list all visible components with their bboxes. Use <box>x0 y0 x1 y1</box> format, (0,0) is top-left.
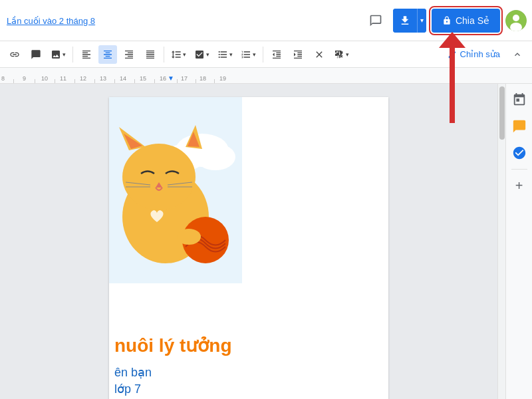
avatar[interactable] <box>505 10 527 31</box>
blue-text-1-container: ên bạn <box>114 365 152 380</box>
cat-illustration <box>109 97 242 283</box>
svg-point-8 <box>122 144 196 210</box>
document-area[interactable]: nuôi lý tưởng ên bạn lớp 7 ần vào đây Ch… <box>0 84 497 399</box>
toolbar-checklist-btn[interactable]: ▾ <box>192 45 212 64</box>
ruler-mark: 15 <box>140 75 146 82</box>
ruler-tick <box>55 79 55 83</box>
ruler-tick <box>214 79 215 83</box>
ruler-tick <box>177 79 178 83</box>
document-page: nuôi lý tưởng ên bạn lớp 7 ần vào đây Ch… <box>109 97 388 399</box>
toolbar-comment-btn[interactable] <box>27 45 45 64</box>
format-clear-icon <box>334 49 344 60</box>
comment-button[interactable] <box>364 9 388 33</box>
main-area: nuôi lý tưởng ên bạn lớp 7 ần vào đây Ch… <box>0 84 532 399</box>
toolbar-align-center-btn[interactable] <box>98 45 117 64</box>
checklist-icon <box>194 49 205 60</box>
justify-icon <box>145 49 156 60</box>
ruler-tick <box>13 79 14 83</box>
collapse-toolbar-btn[interactable] <box>508 45 527 64</box>
share-button[interactable]: Chia Sẻ <box>432 9 500 33</box>
sidebar-add-button[interactable]: + <box>509 175 530 196</box>
ruler-mark: 14 <box>120 75 126 82</box>
ruler-mark: 9 <box>23 75 26 82</box>
ruler-mark: 16 <box>160 75 166 82</box>
orange-text-content: nuôi lý tưởng <box>109 335 232 356</box>
link-icon <box>9 49 20 60</box>
ruler-tick <box>94 79 95 83</box>
note-svg <box>512 119 527 134</box>
ruler-mark: 19 <box>219 75 226 82</box>
toolbar-bullet-list-btn[interactable]: ▾ <box>215 45 235 64</box>
save-icon <box>399 15 411 27</box>
sidebar-note-icon[interactable] <box>509 116 530 137</box>
ruler-tick <box>35 79 35 83</box>
last-edit-link[interactable]: Lần cuối vào 2 tháng 8 <box>7 16 95 26</box>
toolbar-align-right-btn[interactable] <box>120 45 138 64</box>
chevron-up-icon <box>512 49 523 60</box>
avatar-icon <box>505 10 527 31</box>
ruler-tick <box>114 79 115 83</box>
blue-text-2-container: lớp 7 <box>114 382 141 396</box>
svg-point-19 <box>177 229 201 245</box>
toolbar-clear-format-btn[interactable] <box>310 45 329 64</box>
sidebar-calendar-icon[interactable] <box>509 89 530 110</box>
ruler-mark: 8 <box>1 75 5 82</box>
image-dropdown: ▾ <box>63 51 66 58</box>
comment-inline-icon <box>31 49 41 60</box>
ruler: 8 9 10 11 12 13 14 15 16 ▼ 17 18 19 <box>0 68 532 84</box>
toolbar-align-left-btn[interactable] <box>77 45 96 64</box>
sidebar-divider <box>511 169 527 170</box>
ruler-tick <box>134 79 135 83</box>
increase-indent-icon <box>293 49 303 60</box>
line-spacing-icon <box>171 49 182 60</box>
scroll-thumb[interactable] <box>499 86 505 140</box>
share-label: Chia Sẻ <box>456 15 489 26</box>
top-bar-left: Lần cuối vào 2 tháng 8 <box>0 0 95 41</box>
toolbar-format-clear-btn[interactable]: ▾ <box>331 45 352 64</box>
toolbar: ▾ ▾ ▾ <box>0 41 532 68</box>
sep2 <box>164 47 164 63</box>
line-spacing-dropdown: ▾ <box>183 51 186 58</box>
toolbar-decrease-indent-btn[interactable] <box>267 45 286 64</box>
blank-page-right <box>249 97 388 399</box>
chinh-sua-label: Chỉnh sửa <box>460 49 500 59</box>
calendar-svg <box>512 92 527 107</box>
chinh-sua-button[interactable]: Chỉnh sửa <box>442 47 505 62</box>
save-button[interactable] <box>393 9 417 33</box>
top-bar: Lần cuối vào 2 tháng 8 ▾ Chia Sẻ <box>0 0 532 41</box>
svg-point-1 <box>513 15 519 21</box>
ruler-tick <box>154 79 155 83</box>
comment-icon <box>369 14 382 27</box>
save-group: ▾ <box>393 9 426 33</box>
align-center-icon <box>102 49 113 60</box>
lock-icon <box>442 16 452 25</box>
sep3 <box>263 47 263 63</box>
edit-icon <box>448 50 457 59</box>
blue-text-1: ên bạn <box>114 366 152 379</box>
right-sidebar: + <box>505 84 532 399</box>
align-right-icon <box>124 49 134 60</box>
scrollbar[interactable] <box>497 84 505 399</box>
toolbar-image-btn[interactable]: ▾ <box>48 45 68 64</box>
ruler-mark: 18 <box>200 75 206 82</box>
ruler-tick <box>74 79 75 83</box>
ruler-mark: 11 <box>60 75 66 82</box>
ruler-mark: 10 <box>41 75 48 82</box>
clear-format-icon <box>314 49 325 60</box>
toolbar-line-spacing-btn[interactable]: ▾ <box>168 45 189 64</box>
cat-svg <box>109 97 242 283</box>
toolbar-link-btn[interactable] <box>5 45 24 64</box>
align-left-icon <box>81 49 92 60</box>
top-bar-actions: ▾ Chia Sẻ <box>364 9 527 33</box>
toolbar-numbered-list-btn[interactable]: ▾ <box>238 45 259 64</box>
image-icon <box>51 49 61 60</box>
sidebar-tasks-icon[interactable] <box>509 142 530 164</box>
ruler-arrow: ▼ <box>168 74 174 82</box>
save-dropdown-button[interactable]: ▾ <box>417 9 426 33</box>
blue-text-2: lớp 7 <box>114 382 141 396</box>
decrease-indent-icon <box>271 49 282 60</box>
tasks-svg <box>512 146 527 160</box>
toolbar-justify-btn[interactable] <box>141 45 160 64</box>
toolbar-increase-indent-btn[interactable] <box>289 45 307 64</box>
ruler-mark: 13 <box>100 75 106 82</box>
